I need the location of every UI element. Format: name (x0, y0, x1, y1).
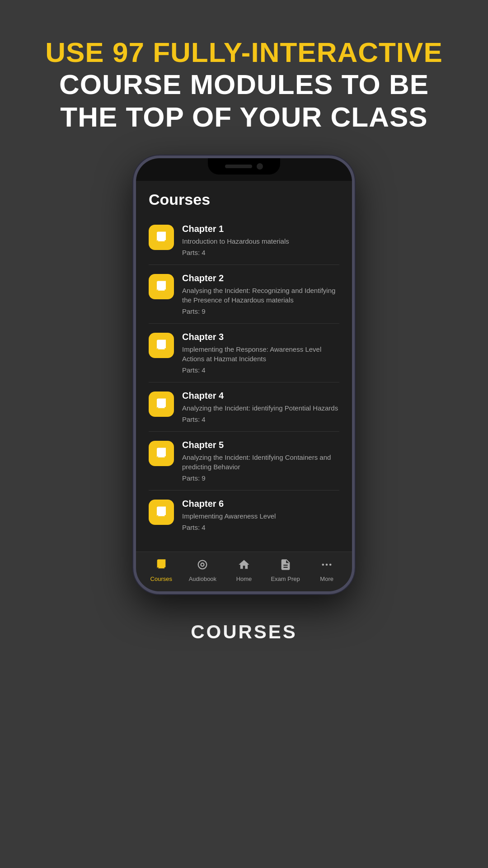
chapter-info: Chapter 2 Analysing the Incident: Recogn… (182, 273, 339, 315)
chapter-description: Analyzing the Incident: identifying Pote… (182, 403, 339, 413)
nav-label: Exam Prep (271, 576, 300, 582)
chapter-name: Chapter 3 (182, 332, 339, 342)
nav-label: Home (236, 576, 252, 582)
chapter-parts: Parts: 4 (182, 249, 339, 256)
chapter-description: Implementing Awareness Level (182, 511, 339, 521)
notch (208, 158, 280, 175)
courses-nav-icon (155, 558, 168, 571)
hero-line3: THE TOP OF YOUR CLASS (45, 101, 443, 133)
book-icon (155, 339, 168, 352)
nav-icon-wrapper (279, 558, 292, 573)
nav-label: Audiobook (189, 576, 216, 582)
svg-rect-1 (162, 233, 163, 239)
chapter-item[interactable]: Chapter 6 Implementing Awareness Level P… (149, 491, 339, 539)
nav-item-courses[interactable]: Courses (143, 558, 179, 582)
book-icon (155, 397, 168, 411)
chapter-info: Chapter 6 Implementing Awareness Level P… (182, 499, 339, 531)
hero-section: USE 97 FULLY-INTERACTIVE COURSE MODULES … (27, 36, 461, 133)
chapter-item[interactable]: Chapter 4 Analyzing the Incident: identi… (149, 382, 339, 432)
nav-item-home[interactable]: Home (226, 558, 262, 582)
nav-item-exam-prep[interactable]: Exam Prep (267, 558, 304, 582)
chapter-list: Chapter 1 Introduction to Hazardous mate… (136, 216, 352, 539)
svg-rect-12 (160, 561, 160, 566)
svg-rect-3 (162, 283, 163, 288)
svg-point-14 (322, 564, 324, 566)
chapter-item[interactable]: Chapter 1 Introduction to Hazardous mate… (149, 216, 339, 265)
svg-rect-4 (160, 341, 161, 347)
book-icon (155, 280, 168, 293)
svg-rect-0 (160, 233, 161, 239)
svg-rect-6 (160, 400, 161, 406)
chapter-item[interactable]: Chapter 2 Analysing the Incident: Recogn… (149, 265, 339, 324)
nav-icon-wrapper (320, 558, 333, 573)
notch-area (136, 158, 352, 181)
chapter-icon (149, 274, 174, 299)
chapter-icon (149, 500, 174, 525)
screen-title: Courses (149, 191, 210, 208)
chapter-description: Analysing the Incident: Recognizing and … (182, 286, 339, 305)
chapter-name: Chapter 2 (182, 273, 339, 283)
chapter-icon (149, 225, 174, 250)
chapter-info: Chapter 4 Analyzing the Incident: identi… (182, 391, 339, 423)
chapter-info: Chapter 5 Analyzing the Incident: Identi… (182, 440, 339, 482)
phone-screen: Courses Chapter 1 Introduction to Hazard… (136, 158, 352, 591)
chapter-name: Chapter 1 (182, 224, 339, 234)
chapter-info: Chapter 3 Implementing the Response: Awa… (182, 332, 339, 374)
hero-line2: COURSE MODULES TO BE (45, 68, 443, 100)
svg-rect-11 (162, 508, 163, 514)
chapter-parts: Parts: 4 (182, 415, 339, 423)
nav-label: More (320, 576, 333, 582)
chapter-name: Chapter 5 (182, 440, 339, 450)
chapter-info: Chapter 1 Introduction to Hazardous mate… (182, 224, 339, 256)
chapter-icon (149, 441, 174, 466)
chapter-parts: Parts: 4 (182, 366, 339, 374)
chapter-name: Chapter 6 (182, 499, 339, 509)
svg-rect-7 (162, 400, 163, 406)
svg-rect-13 (162, 561, 163, 566)
nav-icon-wrapper (238, 558, 250, 573)
bottom-label: COURSES (191, 621, 297, 643)
chapter-name: Chapter 4 (182, 391, 339, 401)
nav-icon-wrapper (196, 558, 209, 573)
book-icon (155, 505, 168, 519)
chapter-item[interactable]: Chapter 3 Implementing the Response: Awa… (149, 324, 339, 382)
svg-rect-5 (162, 341, 163, 347)
svg-rect-10 (160, 508, 161, 514)
chapter-icon (149, 333, 174, 358)
chapter-parts: Parts: 9 (182, 307, 339, 315)
phone-mockup: Courses Chapter 1 Introduction to Hazard… (133, 156, 355, 594)
chapter-parts: Parts: 4 (182, 524, 339, 531)
chapter-parts: Parts: 9 (182, 474, 339, 482)
svg-rect-9 (162, 449, 163, 455)
svg-point-15 (326, 564, 328, 566)
svg-point-16 (329, 564, 332, 566)
svg-rect-2 (160, 283, 161, 288)
book-icon (155, 231, 168, 244)
nav-item-more[interactable]: More (309, 558, 345, 582)
chapter-description: Introduction to Hazardous materials (182, 236, 339, 246)
camera (257, 163, 263, 170)
nav-icon-wrapper (155, 558, 168, 573)
screen-header: Courses (136, 181, 352, 216)
nav-label: Courses (150, 576, 172, 582)
chapter-icon (149, 392, 174, 417)
more-nav-icon (320, 558, 333, 571)
chapter-item[interactable]: Chapter 5 Analyzing the Incident: Identi… (149, 432, 339, 491)
screen-content: Courses Chapter 1 Introduction to Hazard… (136, 181, 352, 552)
nav-item-audiobook[interactable]: Audiobook (184, 558, 221, 582)
bottom-nav: Courses Audiobook Home Exam Prep More (136, 552, 352, 591)
book-icon (155, 447, 168, 460)
audiobook-nav-icon (196, 558, 209, 571)
examprep-nav-icon (279, 558, 292, 571)
home-nav-icon (238, 558, 250, 571)
chapter-description: Implementing the Response: Awareness Lev… (182, 344, 339, 363)
speaker (225, 165, 252, 168)
chapter-description: Analyzing the Incident: Identifying Cont… (182, 453, 339, 472)
hero-line1: USE 97 FULLY-INTERACTIVE (45, 36, 443, 68)
svg-rect-8 (160, 449, 161, 455)
